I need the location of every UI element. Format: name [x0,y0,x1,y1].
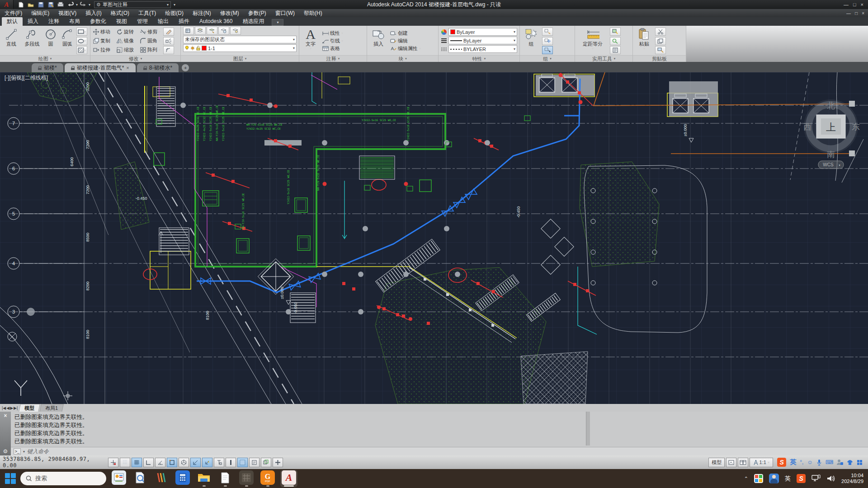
doc-close-button[interactable]: × [862,11,864,16]
panel-label-modify[interactable]: 修改▾ [90,55,180,62]
ribbon-tab-output[interactable]: 输出 [153,17,174,26]
point-style-button[interactable] [610,46,621,54]
object-color-dropdown[interactable]: ByLayer ▾ [448,28,517,36]
workspace-switcher[interactable]: ⚙ 草图与注释 ▾ [94,1,171,8]
text-dropdown-icon[interactable]: ▾ [310,47,311,51]
otrack-toggle[interactable] [190,458,201,467]
ribbon-tab-featured-apps[interactable]: 精选应用 [237,17,269,26]
rotate-button[interactable]: 旋转 [115,28,139,37]
fillet-button[interactable]: 圆角▾ [139,37,162,46]
new-tab-button[interactable]: + [182,64,189,71]
menu-modify[interactable]: 修改(M) [216,9,244,17]
annotation-scale-button[interactable]: 1:1 ▾ [750,458,773,467]
layout-nav-arrows[interactable]: |◀◀▶▶| [0,406,19,410]
menu-parametric[interactable]: 参数(P) [244,9,271,17]
compass-east[interactable]: 东 [852,122,860,131]
quick-select-button[interactable] [610,28,621,36]
panel-label-annotation[interactable]: 注释▾ [299,55,367,62]
layer-state-dropdown[interactable]: 未保存的图层状态 ▾ [183,36,297,43]
tray-overflow-icon[interactable]: ⌃ [744,476,748,482]
tab-model[interactable]: 模型 [19,404,40,412]
volume-icon[interactable] [826,474,835,483]
arc-button[interactable]: 圆弧 ▾ [59,27,75,55]
hatch-button[interactable]: ▾ [76,46,87,54]
edit-attributes-button[interactable]: 编辑属性▾ [389,45,437,52]
ime-emoji-icon[interactable]: ☺ [807,459,812,465]
ime-keyboard-icon[interactable]: ⌨ [826,459,833,465]
maximize-button[interactable]: □ [853,2,856,7]
menu-help[interactable]: 帮助(H) [299,9,327,17]
ribbon-tab-annotate[interactable]: 注释 [43,17,64,26]
panel-label-clipboard[interactable]: 剪贴板 [633,55,686,62]
ribbon-tab-view[interactable]: 视图 [111,17,132,26]
insert-block-button[interactable]: 插入 [368,27,388,55]
tray-language-indicator[interactable]: 英 [785,474,791,483]
taskbar-app-docviewer[interactable] [132,470,149,487]
table-button[interactable]: 表格 [321,45,365,52]
measure-button[interactable]: 定距等分 ▾ [576,27,609,55]
ellipse-button[interactable]: ▾ [76,37,87,45]
linetype-dropdown[interactable]: BYLAYER ▾ [448,45,517,53]
menu-file[interactable]: 文件(F) [0,9,27,17]
lineweight-dropdown[interactable]: ByLayer ▾ [448,37,517,44]
panel-label-block[interactable]: 块▾ [367,55,438,62]
menu-dimension[interactable]: 标注(N) [188,9,216,17]
move-button[interactable]: 移动 [92,28,115,37]
linear-dim-button[interactable]: 线性▾ [321,30,365,37]
line-button[interactable]: 直线 [1,27,21,55]
dynamic-input-toggle[interactable] [214,458,224,467]
match-properties-button[interactable] [655,46,666,54]
leader-button[interactable]: 引线▾ [321,38,365,44]
compass-south[interactable]: 南 [827,150,835,159]
redo-dropdown-icon[interactable]: ▾ [89,3,90,7]
panel-label-draw[interactable]: 绘图▾ [0,55,90,62]
open-icon[interactable] [26,1,35,8]
command-scrollbar[interactable] [586,412,590,446]
model-paper-toggle[interactable]: 模型 [708,458,725,467]
taskbar-app-calculator[interactable] [174,470,191,487]
osnap-toggle[interactable] [167,458,177,467]
edit-block-button[interactable]: 编辑 [389,38,437,44]
ime-mic-icon[interactable] [816,459,822,466]
osnap-3d-toggle[interactable] [179,458,189,467]
circle-button[interactable]: 圆 ▾ [43,27,58,55]
menu-view[interactable]: 视图(V) [54,9,81,17]
menu-insert[interactable]: 插入(I) [81,9,106,17]
taskbar-app-gpdf[interactable]: G PDF [259,470,276,487]
grid-toggle[interactable] [132,458,142,467]
sogou-logo-icon[interactable]: S [777,458,786,467]
panel-label-layers[interactable]: 图层▾ [181,55,299,62]
undo-icon[interactable] [66,1,75,8]
menu-format[interactable]: 格式(O) [106,9,134,17]
quick-properties-toggle[interactable] [249,458,259,467]
trim-button[interactable]: 修剪▾ [139,28,162,37]
scale-button[interactable]: 缩放 [115,46,139,55]
plot-icon[interactable] [56,1,65,8]
snap-toggle[interactable] [120,458,130,467]
file-tab-qunlou[interactable]: 裙楼* [32,63,63,72]
menu-window[interactable]: 窗口(W) [271,9,299,17]
text-button[interactable]: A 文字 ▾ [301,27,321,55]
paste-button[interactable]: 粘贴 ▾ [634,27,654,55]
offset-button[interactable] [163,46,174,54]
copy-clip-button[interactable] [655,37,666,45]
ribbon-tab-layout[interactable]: 布局 [64,17,85,26]
group-selection-toggle[interactable] [542,46,553,54]
group-edit-button[interactable] [542,37,553,45]
ime-toolbox-icon[interactable] [857,460,863,465]
menu-tools[interactable]: 工具(T) [134,9,160,17]
close-button[interactable]: × [861,2,863,7]
create-block-button[interactable]: 创建 [389,30,437,37]
start-button[interactable] [5,473,16,484]
ribbon-tab-plugins[interactable]: 插件 [174,17,194,26]
menu-draw[interactable]: 绘图(D) [160,9,188,17]
ime-skin-icon[interactable] [847,460,853,465]
tray-sogou-icon[interactable]: S [797,474,806,483]
quick-view-layouts-button[interactable] [726,458,736,467]
ime-language-mode[interactable]: 英 [790,458,796,466]
layer-isolate-button[interactable] [207,27,217,35]
network-icon[interactable] [811,474,821,483]
ribbon-tab-insert[interactable]: 插入 [23,17,43,26]
redo-icon[interactable] [79,1,88,8]
tray-clock[interactable]: 10:04 2024/8/29 [841,473,863,484]
